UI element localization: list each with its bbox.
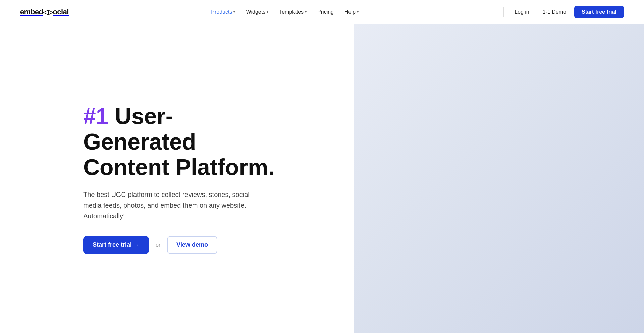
hero-cta-label: Start free trial → [93, 241, 140, 248]
hero-content: #1 User-Generated Content Platform. The … [83, 103, 284, 254]
hero-title-rest: User-Generated Content Platform. [83, 103, 274, 180]
hero-title: #1 User-Generated Content Platform. [83, 103, 284, 180]
hero-right-panel [354, 24, 644, 333]
nav-help[interactable]: Help ▾ [340, 6, 363, 18]
logo[interactable]: embed◁▷ocial [20, 8, 69, 16]
hero-or-text: or [156, 242, 160, 248]
nav-start-trial-label: Start free trial [582, 9, 616, 15]
nav-products-label: Products [211, 9, 232, 15]
nav-products[interactable]: Products ▾ [206, 6, 240, 18]
hero-view-demo-button[interactable]: View demo [167, 236, 217, 254]
logo-embed-text: embed [20, 8, 43, 16]
nav-templates-label: Templates [279, 9, 304, 15]
nav-templates[interactable]: Templates ▾ [274, 6, 311, 18]
nav-help-label: Help [344, 9, 356, 15]
logo-arrows-icon: ◁▷ [43, 8, 53, 16]
navbar: embed◁▷ocial Products ▾ Widgets ▾ Templa… [0, 0, 644, 24]
hero-actions: Start free trial → or View demo [83, 236, 284, 254]
help-chevron-icon: ▾ [357, 10, 359, 14]
widgets-chevron-icon: ▾ [267, 10, 268, 14]
hero-subtitle: The best UGC platform to collect reviews… [83, 189, 264, 221]
nav-demo-link[interactable]: 1-1 Demo [537, 6, 572, 18]
nav-login-link[interactable]: Log in [509, 6, 535, 18]
hero-title-number: #1 [83, 103, 109, 129]
logo-social-text: ocial [53, 8, 69, 16]
nav-center: Products ▾ Widgets ▾ Templates ▾ Pricing… [206, 6, 363, 18]
nav-start-trial-button[interactable]: Start free trial [574, 6, 624, 18]
nav-widgets[interactable]: Widgets ▾ [241, 6, 273, 18]
hero-section: #1 User-Generated Content Platform. The … [0, 24, 644, 333]
hero-demo-label: View demo [176, 241, 208, 248]
nav-widgets-label: Widgets [246, 9, 265, 15]
templates-chevron-icon: ▾ [305, 10, 307, 14]
nav-pricing-label: Pricing [317, 9, 334, 15]
nav-demo-label: 1-1 Demo [543, 9, 566, 15]
products-chevron-icon: ▾ [233, 10, 235, 14]
nav-pricing[interactable]: Pricing [313, 6, 338, 18]
hero-start-trial-button[interactable]: Start free trial → [83, 236, 149, 254]
hero-left-panel: #1 User-Generated Content Platform. The … [0, 24, 354, 333]
nav-divider [503, 7, 504, 17]
nav-login-label: Log in [515, 9, 529, 15]
nav-right: Log in 1-1 Demo Start free trial [501, 6, 624, 18]
